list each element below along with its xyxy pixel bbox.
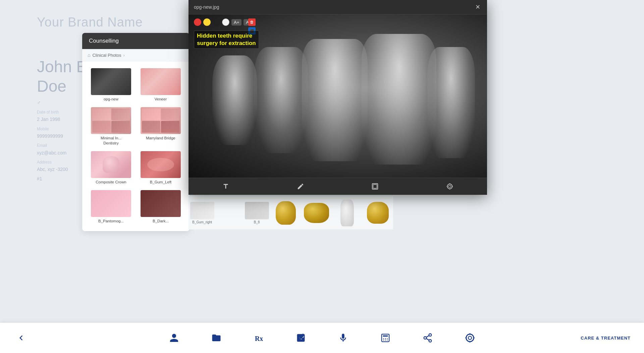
color-white-button[interactable]	[222, 18, 229, 26]
share-nav-button[interactable]	[420, 330, 435, 346]
strip-thumb-bgum-right	[190, 202, 214, 219]
notes-icon	[296, 333, 306, 343]
viewer-header: opg-new.jpg ✕	[189, 0, 487, 14]
bottom-strip: B_Gum_right B_8	[189, 196, 393, 229]
tooth-gold-shape-1	[276, 201, 296, 225]
svg-point-3	[448, 185, 451, 187]
microphone-nav-button[interactable]	[335, 330, 351, 346]
patient-address: Address Abc, xyz -3200	[37, 159, 87, 173]
breadcrumb-arrow: ›	[123, 53, 124, 58]
camera-nav-icon	[465, 333, 475, 343]
crop-tool-button[interactable]	[365, 181, 385, 191]
camera-capture-button[interactable]	[439, 181, 460, 191]
photo-label-composite: Composite Crown	[96, 180, 126, 185]
annotation-text-bubble: Hidden teeth require surgery for extract…	[194, 31, 259, 49]
counselling-panel: Counselling ⌂ Clinical Photos › opg-new …	[82, 33, 190, 231]
photo-label-dark: B_Dark...	[153, 219, 169, 224]
strip-label-b8: B_8	[254, 220, 260, 224]
microphone-icon	[338, 333, 348, 343]
photo-item-pink[interactable]: B_Pantomog...	[86, 187, 136, 226]
photo-item-dark[interactable]: B_Dark...	[136, 187, 185, 226]
patient-dob: Date of birth 2 Jan 1998	[37, 109, 87, 123]
photo-label-minimal: Minimal In...Dentistry	[101, 136, 121, 146]
tooth-gold-shape-2	[304, 203, 329, 223]
rx-icon: Rx	[254, 333, 264, 343]
photo-thumb-pink	[91, 190, 131, 217]
counselling-title: Counselling	[89, 38, 119, 44]
tooth-3d-gold1[interactable]	[271, 198, 301, 228]
patient-icon	[169, 333, 179, 343]
patient-name: John B Doe	[37, 57, 87, 96]
svg-rect-17	[382, 334, 389, 342]
patient-nav-button[interactable]	[166, 330, 182, 346]
folder-icon	[211, 333, 221, 343]
photo-item-opg[interactable]: opg-new	[86, 65, 136, 104]
folder-nav-button[interactable]	[209, 330, 224, 346]
photo-thumb-dark	[141, 190, 181, 217]
svg-point-25	[429, 334, 432, 337]
svg-point-2	[447, 184, 452, 189]
viewer-content: A+ A- 🗑 ⬛ Hidden teeth require surgery f…	[189, 14, 487, 178]
svg-rect-1	[373, 185, 377, 188]
back-button[interactable]	[13, 330, 29, 346]
delete-annotation-button[interactable]: 🗑	[248, 18, 256, 26]
photo-item-veneer[interactable]: Veneer	[136, 65, 185, 104]
svg-line-29	[426, 336, 429, 337]
svg-rect-18	[383, 336, 388, 337]
camera-nav-button[interactable]	[462, 330, 478, 346]
svg-point-26	[424, 337, 427, 339]
photo-thumb-veneer	[141, 68, 181, 95]
counselling-breadcrumb[interactable]: ⌂ Clinical Photos ›	[82, 49, 190, 61]
svg-text:Rx: Rx	[255, 335, 263, 342]
photo-label-bgum-left: B_Gum_Left	[150, 180, 172, 185]
photo-thumb-marryland	[141, 107, 181, 134]
share-icon	[423, 333, 433, 343]
photo-label-marryland: Marryland Bridge	[146, 136, 175, 141]
crop-tool-icon	[371, 183, 379, 190]
photo-item-composite[interactable]: Composite Crown	[86, 148, 136, 187]
svg-point-23	[385, 340, 386, 341]
text-tool-button[interactable]	[215, 181, 236, 191]
patient-info-panel: John B Doe ♂ Date of birth 2 Jan 1998 Mo…	[37, 57, 87, 181]
svg-point-27	[429, 340, 432, 342]
image-viewer: opg-new.jpg ✕ A+ A- 🗑 ⬛ Hidden	[189, 0, 487, 195]
svg-point-19	[383, 338, 384, 339]
calculator-nav-button[interactable]	[378, 330, 393, 346]
photo-item-marryland[interactable]: Marryland Bridge	[136, 104, 185, 148]
patient-mobile: Mobile 9999999999	[37, 126, 87, 140]
color-red-button[interactable]	[194, 18, 201, 26]
svg-line-28	[426, 339, 429, 340]
camera-tool-icon	[446, 183, 453, 190]
draw-tool-icon	[297, 183, 304, 190]
photo-item-bgum-left[interactable]: B_Gum_Left	[136, 148, 185, 187]
size-increase-button[interactable]: A+	[231, 19, 241, 26]
photo-thumb-opg	[91, 68, 131, 95]
tooth-gold-shape-3	[367, 202, 389, 224]
svg-point-31	[468, 336, 472, 340]
photo-grid: opg-new Veneer Minimal In...Dentistry	[82, 61, 190, 229]
tooth-3d-gold3[interactable]	[363, 198, 393, 228]
care-treatment-link[interactable]: CARE & TREATMENT	[581, 336, 631, 341]
photo-thumb-composite	[91, 151, 131, 178]
svg-rect-11	[299, 340, 302, 341]
home-icon: ⌂	[88, 52, 90, 58]
svg-point-20	[385, 338, 386, 339]
photo-item-minimal[interactable]: Minimal In...Dentistry	[86, 104, 136, 148]
prescription-nav-button[interactable]: Rx	[251, 330, 266, 346]
tooth-3d-white[interactable]	[332, 198, 362, 228]
back-icon	[16, 333, 26, 343]
viewer-close-button[interactable]: ✕	[474, 3, 482, 11]
color-yellow-button[interactable]	[203, 18, 211, 26]
strip-item-b8[interactable]: B_8	[244, 201, 270, 225]
bottom-nav: Rx	[0, 323, 644, 353]
color-black-button[interactable]	[213, 18, 220, 26]
photo-label-veneer: Veneer	[155, 97, 167, 102]
text-tool-icon	[222, 183, 229, 190]
breadcrumb-label: Clinical Photos	[92, 53, 121, 58]
photo-thumb-bgum-left	[141, 151, 181, 178]
calculator-icon	[380, 333, 390, 343]
notes-nav-button[interactable]	[293, 330, 309, 346]
strip-item-bgum-right[interactable]: B_Gum_right	[189, 201, 216, 225]
draw-tool-button[interactable]	[290, 181, 311, 191]
tooth-3d-gold2[interactable]	[301, 198, 331, 228]
